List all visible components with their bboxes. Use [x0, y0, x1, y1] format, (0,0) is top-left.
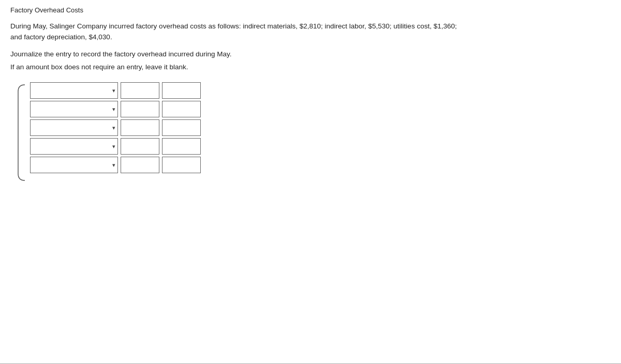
- instruction2: If an amount box does not require an ent…: [10, 63, 611, 71]
- debit-input-3[interactable]: [121, 119, 159, 136]
- table-row: Indirect Materials Indirect Labor Utilit…: [30, 119, 201, 136]
- credit-input-2[interactable]: [162, 101, 201, 117]
- account-select-1[interactable]: Indirect Materials Indirect Labor Utilit…: [30, 82, 118, 99]
- account-select-wrapper-5[interactable]: Indirect Materials Indirect Labor Utilit…: [30, 157, 118, 173]
- description-line1: During May, Salinger Company incurred fa…: [10, 22, 457, 30]
- journal-entry-area: Indirect Materials Indirect Labor Utilit…: [16, 82, 611, 183]
- debit-input-1[interactable]: [121, 82, 159, 99]
- debit-input-5[interactable]: [121, 157, 159, 173]
- instruction1: Journalize the entry to record the facto…: [10, 50, 611, 58]
- description-line2: and factory depreciation, $4,030.: [10, 33, 112, 41]
- credit-input-4[interactable]: [162, 138, 201, 155]
- page-title: Factory Overhead Costs: [10, 6, 611, 14]
- account-select-4[interactable]: Indirect Materials Indirect Labor Utilit…: [30, 138, 118, 155]
- account-select-wrapper-3[interactable]: Indirect Materials Indirect Labor Utilit…: [30, 119, 118, 136]
- account-select-5[interactable]: Indirect Materials Indirect Labor Utilit…: [30, 157, 118, 173]
- debit-input-4[interactable]: [121, 138, 159, 155]
- account-select-wrapper-2[interactable]: Indirect Materials Indirect Labor Utilit…: [30, 101, 118, 117]
- account-select-3[interactable]: Indirect Materials Indirect Labor Utilit…: [30, 119, 118, 136]
- table-row: Indirect Materials Indirect Labor Utilit…: [30, 157, 201, 173]
- table-row: Indirect Materials Indirect Labor Utilit…: [30, 138, 201, 155]
- table-row: Indirect Materials Indirect Labor Utilit…: [30, 82, 201, 99]
- table-row: Indirect Materials Indirect Labor Utilit…: [30, 101, 201, 117]
- credit-input-5[interactable]: [162, 157, 201, 173]
- credit-input-1[interactable]: [162, 82, 201, 99]
- account-select-wrapper-1[interactable]: Indirect Materials Indirect Labor Utilit…: [30, 82, 118, 99]
- description: During May, Salinger Company incurred fa…: [10, 21, 476, 43]
- account-select-wrapper-4[interactable]: Indirect Materials Indirect Labor Utilit…: [30, 138, 118, 155]
- debit-input-2[interactable]: [121, 101, 159, 117]
- journal-bracket: [16, 82, 27, 183]
- journal-table: Indirect Materials Indirect Labor Utilit…: [30, 82, 201, 173]
- account-select-2[interactable]: Indirect Materials Indirect Labor Utilit…: [30, 101, 118, 117]
- credit-input-3[interactable]: [162, 119, 201, 136]
